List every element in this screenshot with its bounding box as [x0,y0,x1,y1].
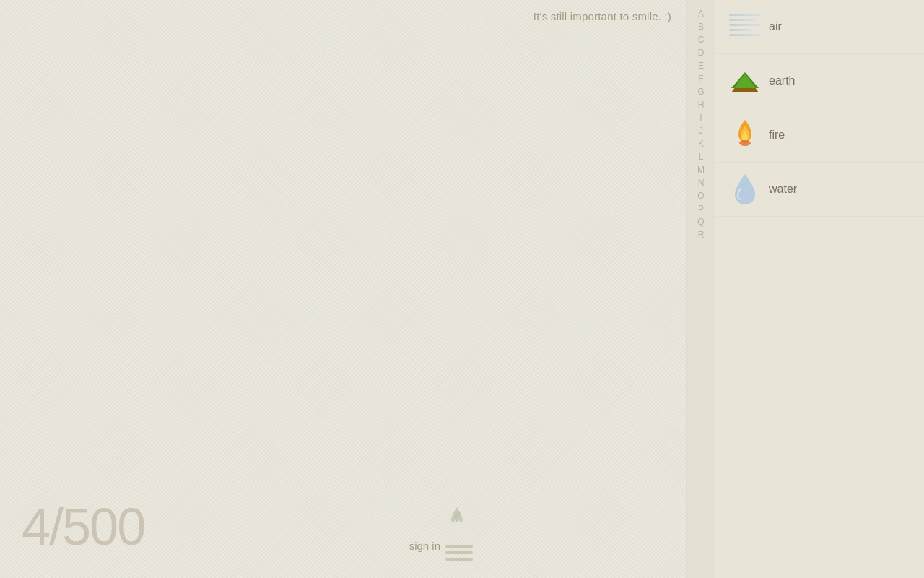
right-panel: A B C D E F G H I J K L M N O P Q R [686,0,924,578]
menu-line-1 [445,545,473,548]
alpha-a[interactable]: A [698,7,704,20]
element-item-earth[interactable]: earth [715,54,924,108]
fire-label: fire [769,129,785,142]
earth-icon [727,63,763,99]
alpha-p[interactable]: P [698,202,704,215]
water-label: water [769,183,797,196]
fire-icon [727,117,763,153]
alpha-b[interactable]: B [698,20,704,33]
alpha-d[interactable]: D [698,46,705,59]
alphabet-index: A B C D E F G H I J K L M N O P Q R [687,0,715,578]
earth-label: earth [769,74,795,87]
alpha-i[interactable]: I [699,111,702,124]
alpha-l[interactable]: L [699,150,704,163]
menu-line-3 [445,558,473,561]
menu-icon[interactable] [445,545,473,561]
alpha-f[interactable]: F [698,72,703,85]
alpha-j[interactable]: J [699,124,703,137]
main-area: It's still important to smile. :) 4/500 … [0,0,686,578]
recycle-icon[interactable] [443,503,471,530]
alpha-n[interactable]: N [698,176,705,189]
alpha-q[interactable]: Q [697,215,704,228]
tagline-text: It's still important to smile. :) [533,10,671,22]
element-item-fire[interactable]: fire [715,108,924,163]
air-icon [727,9,763,45]
water-icon [727,171,763,207]
alpha-k[interactable]: K [698,137,704,150]
svg-marker-2 [734,74,756,88]
menu-line-2 [445,551,473,554]
element-item-water[interactable]: water [715,163,924,217]
element-item-air[interactable]: air [715,0,924,54]
air-label: air [769,20,782,33]
alpha-e[interactable]: E [698,59,704,72]
alpha-o[interactable]: O [697,189,704,202]
elements-list: air earth [715,0,924,578]
svg-point-3 [739,140,751,146]
alpha-h[interactable]: H [698,98,705,111]
alpha-g[interactable]: G [697,85,704,98]
element-counter: 4/500 [22,497,144,556]
sign-in-button[interactable]: sign in [409,540,440,552]
alpha-c[interactable]: C [698,33,705,46]
alpha-r[interactable]: R [698,228,705,241]
alpha-m[interactable]: M [697,163,705,176]
